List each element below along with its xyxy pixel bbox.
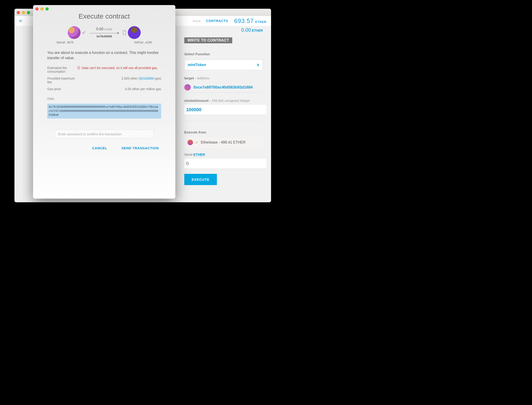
from-identicon-icon xyxy=(68,26,81,39)
target-label: target - Address xyxy=(184,76,263,80)
select-function-label: Select Function xyxy=(184,52,263,56)
modal-content: Execute contract 0.00 ETHER ————————▸ 0x… xyxy=(33,5,175,156)
chevron-updown-icon: ▲▼ xyxy=(257,63,259,67)
max-fee-value: 2.505 ether (50100000 gas) xyxy=(77,77,161,80)
data-label: Data xyxy=(47,97,161,101)
modal-title: Execute contract xyxy=(47,12,161,20)
arrow-right-icon: ————————▸ xyxy=(90,30,119,35)
minimize-icon[interactable] xyxy=(40,7,44,11)
target-address-value: 0xce7e89700ac40d563b92d1684 xyxy=(193,85,253,90)
function-select-value: mintToken xyxy=(188,63,206,67)
tx-arrow-block: 0.00 ETHER ————————▸ 0x79c65068 xyxy=(90,27,119,38)
nav-balance-unit: ETHER xyxy=(255,20,266,24)
key-icon xyxy=(195,141,199,144)
nav-balance: 693.57 ETHER xyxy=(234,17,266,25)
identicon-icon xyxy=(187,140,193,145)
tx-addr-captions: 0xe1af...5b78 0x97a2...e238 xyxy=(47,39,161,44)
target-address-row[interactable]: 0xce7e89700ac40d563b92d1684 xyxy=(184,82,263,93)
maximize-icon[interactable] xyxy=(27,11,30,14)
max-fee-label: Provided maximum fee xyxy=(47,77,77,84)
est-fee-label: Estimated fee consumption xyxy=(47,66,77,73)
to-identicon-icon xyxy=(128,26,141,39)
nav-block-label: block xyxy=(193,19,206,23)
from-address: 0xe1af...5b78 xyxy=(50,41,80,44)
data-hex[interactable]: 0x79c65068000000000000000000000000ce7e89… xyxy=(47,104,161,118)
cancel-button[interactable]: CANCEL xyxy=(91,146,109,150)
nav-contracts-tab[interactable]: CONTRACTS xyxy=(206,19,234,23)
close-icon[interactable] xyxy=(35,7,39,11)
gas-price-label: Gas price xyxy=(47,87,77,91)
minted-amount-input[interactable] xyxy=(184,105,266,115)
maximize-icon[interactable] xyxy=(45,7,49,11)
send-transaction-button[interactable]: SEND TRANSACTION xyxy=(120,146,160,150)
file-icon xyxy=(122,30,126,35)
fee-table: Estimated fee consumption Data can't be … xyxy=(47,66,161,91)
traffic-lights[interactable] xyxy=(35,7,49,11)
identicon-icon xyxy=(184,84,191,91)
execute-contract-modal: Execute contract 0.00 ETHER ————————▸ 0x… xyxy=(33,5,175,199)
execute-from-select[interactable]: Etherbase - 498.41 ETHER xyxy=(184,137,263,148)
minimize-icon[interactable] xyxy=(22,11,25,14)
gas-price-value: 0.05 ether per million gas xyxy=(77,87,161,91)
execute-button[interactable]: EXECUTE xyxy=(184,174,217,185)
nav-balance-amount: 693.57 xyxy=(234,17,254,25)
divider xyxy=(184,121,263,121)
shield-alert-icon xyxy=(77,66,80,69)
send-ether-label: Send ETHER xyxy=(184,153,263,156)
tx-parties-row: 0.00 ETHER ————————▸ 0x79c65068 xyxy=(47,26,161,39)
modal-description: You are about to execute a function on a… xyxy=(47,50,161,61)
modal-actions: CANCEL SEND TRANSACTION xyxy=(47,146,161,150)
key-icon xyxy=(82,31,86,35)
execute-from-label: Execute from xyxy=(184,130,263,134)
write-to-contract-header: WRITE TO CONTRACT xyxy=(184,37,232,43)
send-ether-input[interactable] xyxy=(184,159,266,169)
close-icon[interactable] xyxy=(17,11,20,14)
gas-amount-link[interactable]: 50100000 xyxy=(140,77,154,80)
tx-fn-hash: 0x79c65068 xyxy=(90,35,119,38)
function-select[interactable]: mintToken ▲▼ xyxy=(184,60,263,70)
to-address: 0x97a2...e238 xyxy=(128,41,158,44)
traffic-lights[interactable] xyxy=(17,11,30,14)
password-input[interactable] xyxy=(55,129,154,139)
right-panel: WRITE TO CONTRACT Select Function mintTo… xyxy=(184,26,263,185)
est-fee-error: Data can't be executed, so it will use a… xyxy=(77,66,161,70)
minted-amount-label: mintedAmount - 256 bits unsigned integer xyxy=(184,99,263,102)
execute-from-account: Etherbase - 498.41 ETHER xyxy=(201,140,246,144)
